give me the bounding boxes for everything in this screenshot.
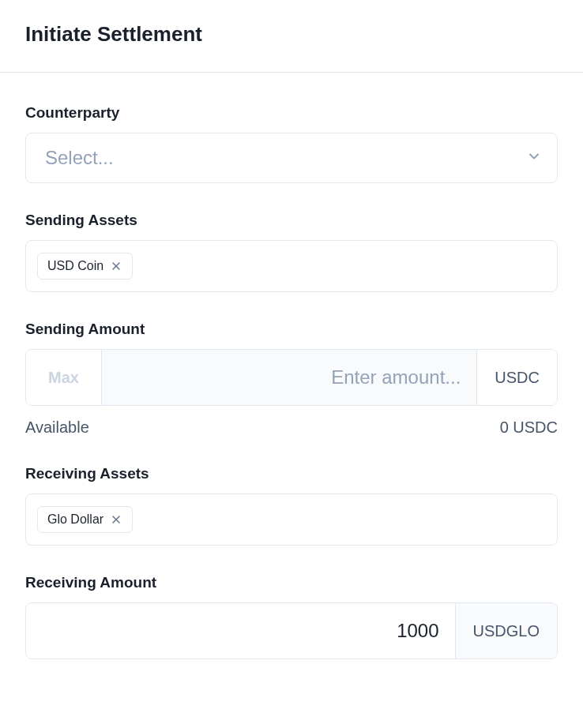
counterparty-label: Counterparty <box>25 104 558 122</box>
receiving-amount-input[interactable] <box>26 603 455 659</box>
receiving-assets-label: Receiving Assets <box>25 465 558 482</box>
sending-assets-label: Sending Assets <box>25 212 558 229</box>
receiving-asset-tag-label: Glo Dollar <box>47 512 103 527</box>
sending-asset-tag: USD Coin <box>37 253 133 280</box>
available-value: 0 USDC <box>500 418 558 437</box>
max-button[interactable]: Max <box>26 350 102 405</box>
sending-amount-input[interactable] <box>102 350 476 405</box>
close-icon[interactable] <box>110 513 122 526</box>
receiving-amount-currency: USDGLO <box>455 603 557 659</box>
sending-amount-label: Sending Amount <box>25 321 558 338</box>
counterparty-select[interactable]: Select... <box>25 133 558 183</box>
close-icon[interactable] <box>110 260 122 272</box>
sending-assets-container[interactable]: USD Coin <box>25 240 558 292</box>
receiving-asset-tag: Glo Dollar <box>37 506 133 533</box>
sending-asset-tag-label: USD Coin <box>47 259 103 273</box>
available-label: Available <box>25 418 89 437</box>
counterparty-select-placeholder: Select... <box>25 133 558 183</box>
receiving-assets-container[interactable]: Glo Dollar <box>25 493 558 546</box>
receiving-amount-label: Receiving Amount <box>25 574 558 591</box>
page-title: Initiate Settlement <box>25 22 558 47</box>
sending-amount-currency: USDC <box>476 350 557 405</box>
